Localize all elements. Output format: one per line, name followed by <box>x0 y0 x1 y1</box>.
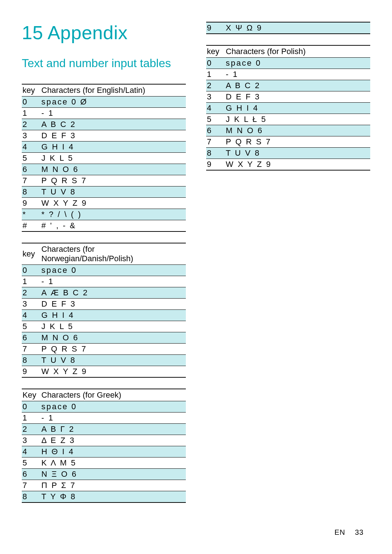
table-row: 4G H I 4 <box>22 141 186 153</box>
table-row: 9Χ Ψ Ω 9 <box>206 22 370 34</box>
cell-key: 6 <box>22 164 41 175</box>
cell-chars: Α Β Γ 2 <box>41 424 186 435</box>
table-header-row: keyCharacters (for English/Latin) <box>22 84 186 97</box>
cell-key: 9 <box>206 159 225 171</box>
cell-key: # <box>22 220 41 232</box>
cell-chars: T U V 8 <box>225 148 370 159</box>
cell-chars: G H I 4 <box>41 141 186 153</box>
table-header-row: keyCharacters (for Norwegian/Danish/Poli… <box>22 243 186 265</box>
table-row: 7Π Ρ Σ 7 <box>22 480 186 491</box>
table-row: 1- 1 <box>22 108 186 119</box>
cell-chars: W X Y Z 9 <box>225 159 370 171</box>
section-heading: Text and number input tables <box>22 57 186 70</box>
left-tables: keyCharacters (for English/Latin)0space … <box>22 84 186 503</box>
cell-key: 4 <box>22 141 41 153</box>
table-row: 6M N O 6 <box>22 332 186 344</box>
footer-language: EN <box>334 528 345 536</box>
table-row: 6M N O 6 <box>22 164 186 175</box>
cell-key: 4 <box>206 103 225 114</box>
cell-key: 7 <box>206 136 225 148</box>
cell-chars: # ' , - & <box>41 220 186 232</box>
cell-chars: Π Ρ Σ 7 <box>41 480 186 491</box>
cell-chars: D E F 3 <box>41 130 186 141</box>
table-row: 7P Q R S 7 <box>206 136 370 148</box>
cell-chars: D E F 3 <box>41 299 186 310</box>
cell-key: 7 <box>22 175 41 186</box>
cell-key: 6 <box>22 469 41 480</box>
header-key: key <box>206 45 225 58</box>
cell-key: 1 <box>22 413 41 424</box>
cell-chars: W X Y Z 9 <box>41 366 186 378</box>
cell-key: 1 <box>206 69 225 80</box>
chapter-title: Appendix <box>48 22 128 43</box>
table-row: 0space 0 <box>206 58 370 69</box>
table-row: 9W X Y Z 9 <box>22 198 186 209</box>
cell-key: * <box>22 209 41 220</box>
char-table: 9Χ Ψ Ω 9 <box>206 22 370 34</box>
table-row: 3D E F 3 <box>22 130 186 141</box>
cell-chars: Τ Υ Φ 8 <box>41 491 186 503</box>
table-row: 6Ν Ξ Ο 6 <box>22 469 186 480</box>
cell-chars: P Q R S 7 <box>41 344 186 355</box>
cell-key: 8 <box>22 186 41 198</box>
cell-chars: D E F 3 <box>225 91 370 103</box>
table-row: 0space 0 <box>22 401 186 413</box>
table-row: 8T U V 8 <box>22 186 186 198</box>
cell-key: 5 <box>22 457 41 469</box>
cell-chars: - 1 <box>41 276 186 287</box>
cell-key: 2 <box>22 424 41 435</box>
table-row: 8T U V 8 <box>206 148 370 159</box>
cell-chars: M N O 6 <box>41 164 186 175</box>
cell-key: 2 <box>206 80 225 91</box>
char-table: keyCharacters (for Polish)0space 01- 12A… <box>206 45 370 171</box>
header-key: key <box>22 243 41 265</box>
header-chars: Characters (for Polish) <box>225 45 370 58</box>
cell-key: 2 <box>22 287 41 299</box>
cell-key: 2 <box>22 119 41 130</box>
header-key: Key <box>22 389 41 401</box>
table-row: 6M N O 6 <box>206 125 370 136</box>
cell-key: 4 <box>22 310 41 321</box>
table-row: 7P Q R S 7 <box>22 344 186 355</box>
table-row: 3D E F 3 <box>22 299 186 310</box>
column-layout: 15 Appendix Text and number input tables… <box>22 22 370 514</box>
char-table: KeyCharacters (for Greek)0space 01- 12Α … <box>22 389 186 503</box>
table-row: 2A B C 2 <box>22 119 186 130</box>
cell-chars: space 0 <box>41 265 186 276</box>
header-chars: Characters (for English/Latin) <box>41 84 186 97</box>
table-row: 2A Æ B C 2 <box>22 287 186 299</box>
cell-chars: * ? / \ ( ) <box>41 209 186 220</box>
cell-chars: space 0 <box>225 58 370 69</box>
cell-key: 8 <box>206 148 225 159</box>
cell-key: 1 <box>22 108 41 119</box>
header-chars: Characters (for Greek) <box>41 389 186 401</box>
cell-chars: A B C 2 <box>41 119 186 130</box>
cell-chars: - 1 <box>41 108 186 119</box>
table-row: ** ? / \ ( ) <box>22 209 186 220</box>
cell-chars: A B C 2 <box>225 80 370 91</box>
cell-chars: space 0 <box>41 401 186 413</box>
char-table: keyCharacters (for English/Latin)0space … <box>22 84 186 232</box>
table-row: 8Τ Υ Φ 8 <box>22 491 186 503</box>
table-header-row: KeyCharacters (for Greek) <box>22 389 186 401</box>
page: 15 Appendix Text and number input tables… <box>0 0 392 554</box>
table-row: 5Κ Λ Μ 5 <box>22 457 186 469</box>
table-row: 5J K L 5 <box>22 153 186 164</box>
cell-key: 7 <box>22 344 41 355</box>
cell-chars: - 1 <box>41 413 186 424</box>
cell-key: 3 <box>22 299 41 310</box>
cell-key: 3 <box>22 130 41 141</box>
cell-chars: - 1 <box>225 69 370 80</box>
cell-chars: G H I 4 <box>41 310 186 321</box>
cell-key: 0 <box>206 58 225 69</box>
cell-chars: T U V 8 <box>41 355 186 366</box>
cell-key: 9 <box>22 198 41 209</box>
right-tables: 9Χ Ψ Ω 9keyCharacters (for Polish)0space… <box>206 22 370 171</box>
table-row: 4G H I 4 <box>206 103 370 114</box>
cell-chars: Ν Ξ Ο 6 <box>41 469 186 480</box>
table-row: 3D E F 3 <box>206 91 370 103</box>
cell-chars: J K L Ł 5 <box>225 114 370 125</box>
page-footer: EN 33 <box>334 528 364 537</box>
cell-key: 0 <box>22 265 41 276</box>
cell-chars: G H I 4 <box>225 103 370 114</box>
